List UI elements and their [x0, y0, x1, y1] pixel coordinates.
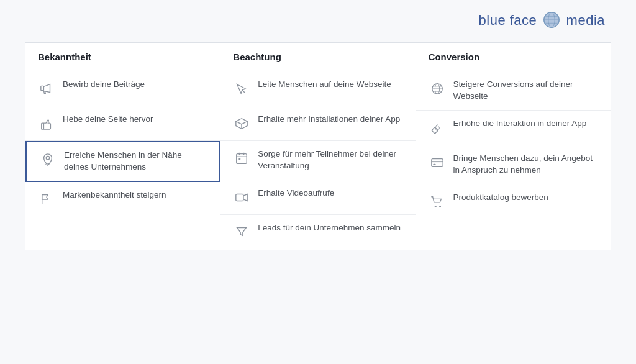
- item-app-text: Erhalte mehr Installationen deiner App: [258, 114, 400, 125]
- calendar-icon: [233, 150, 250, 167]
- cursor-icon: [233, 80, 250, 98]
- item-marke-text: Markenbekanntheit steigern: [63, 189, 166, 201]
- svg-rect-24: [431, 159, 442, 167]
- item-conv-app[interactable]: Erhöhe die Interaktion in deiner App: [416, 111, 611, 145]
- svg-rect-16: [239, 158, 241, 160]
- col-conversion: Steigere Conversions auf deiner Webseite…: [416, 71, 611, 250]
- item-leads-text: Leads für dein Unternehmen sammeln: [258, 222, 401, 234]
- item-katalog[interactable]: Produktkatalog bewerben: [416, 184, 611, 219]
- logo-media: media: [566, 12, 605, 28]
- globe-icon: [429, 80, 446, 98]
- flag-icon: [38, 191, 55, 208]
- header-bekanntheit: Bekanntheit: [25, 43, 220, 71]
- svg-rect-12: [237, 154, 247, 164]
- item-webseite-text: Leite Menschen auf deine Webseite: [258, 79, 391, 91]
- header-beachtung: Beachtung: [220, 43, 416, 71]
- filter-icon: [233, 224, 250, 241]
- globe-logo-icon: [543, 11, 560, 29]
- megaphone-icon: [38, 80, 55, 98]
- table-row-1: Bewirb deine Beiträge Hebe deine Seite h…: [25, 71, 611, 250]
- svg-rect-26: [433, 164, 435, 165]
- thumbsup-icon: [38, 115, 55, 132]
- cart-icon: [429, 193, 446, 211]
- item-naehe-text: Erreiche Menschen in der Nähe deines Unt…: [64, 150, 206, 173]
- item-katalog-text: Produktkatalog bewerben: [453, 192, 548, 204]
- video-icon: [233, 189, 250, 206]
- item-app[interactable]: Erhalte mehr Installationen deiner App: [220, 106, 415, 141]
- item-seite-text: Hebe deine Seite hervor: [63, 114, 153, 125]
- svg-point-27: [434, 206, 436, 207]
- item-leads[interactable]: Leads für dein Unternehmen sammeln: [220, 215, 415, 250]
- svg-point-8: [45, 164, 50, 165]
- page: blue face media Bekanntheit Beachtung Co…: [0, 0, 636, 364]
- main-table: Bekanntheit Beachtung Conversion: [25, 42, 611, 250]
- item-veranstaltung-text: Sorge für mehr Teilnehmer bei deiner Ver…: [258, 148, 402, 172]
- header-conversion: Conversion: [416, 43, 611, 71]
- col-beachtung: Leite Menschen auf deine Webseite Erhalt…: [220, 71, 416, 250]
- item-seite[interactable]: Hebe deine Seite hervor: [25, 106, 220, 141]
- svg-rect-17: [236, 194, 243, 201]
- pin-icon: [39, 151, 57, 168]
- item-angebot-text: Bringe Menschen dazu, dein Angebot in An…: [453, 153, 598, 176]
- logo-area: blue face media: [25, 12, 611, 30]
- diamond-icon: [429, 119, 446, 137]
- item-naehe[interactable]: Erreiche Menschen in der Nähe deines Unt…: [25, 141, 220, 182]
- item-webseite[interactable]: Leite Menschen auf deine Webseite: [220, 71, 415, 106]
- logo-text: blue face media: [479, 12, 605, 30]
- svg-point-7: [46, 157, 50, 160]
- item-veranstaltung[interactable]: Sorge für mehr Teilnehmer bei deiner Ver…: [220, 141, 415, 180]
- item-conv-app-text: Erhöhe die Interaktion in deiner App: [453, 118, 587, 130]
- box-icon: [233, 115, 250, 132]
- item-conv-web-text: Steigere Conversions auf deiner Webseite: [453, 79, 598, 102]
- item-video[interactable]: Erhalte Videoaufrufe: [220, 180, 415, 215]
- svg-line-10: [242, 90, 245, 93]
- item-angebot[interactable]: Bringe Menschen dazu, dein Angebot in An…: [416, 145, 611, 184]
- card-icon: [429, 154, 446, 171]
- svg-rect-6: [41, 86, 44, 91]
- logo-blue: blue face: [479, 12, 537, 28]
- item-video-text: Erhalte Videoaufrufe: [258, 188, 334, 199]
- item-marke[interactable]: Markenbekanntheit steigern: [25, 182, 220, 217]
- col-bekanntheit: Bewirb deine Beiträge Hebe deine Seite h…: [25, 71, 220, 250]
- item-conv-web[interactable]: Steigere Conversions auf deiner Webseite: [416, 71, 611, 111]
- svg-point-28: [439, 206, 441, 207]
- item-beitraege[interactable]: Bewirb deine Beiträge: [25, 71, 220, 106]
- item-beitraege-text: Bewirb deine Beiträge: [63, 79, 145, 91]
